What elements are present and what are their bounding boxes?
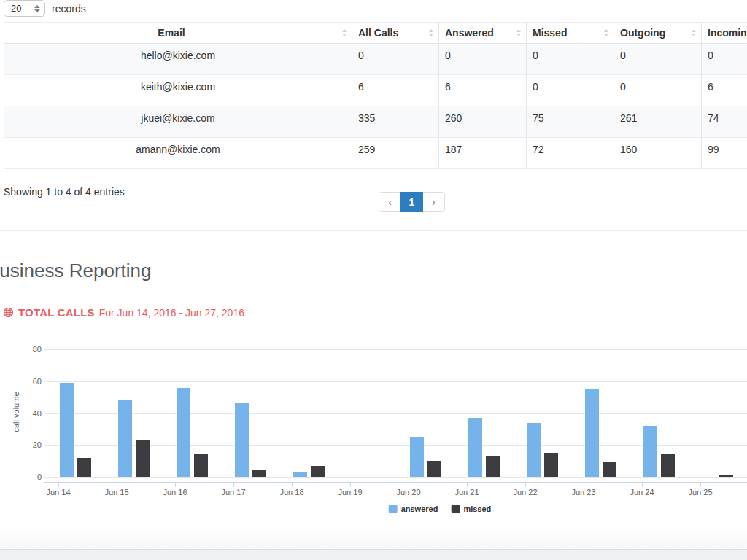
- x-axis-tick-label: Jun 19: [321, 488, 379, 497]
- chart-bar-answered[interactable]: [527, 423, 541, 477]
- cell-answered: 260: [439, 106, 527, 138]
- page-size-control: 20 records: [4, 0, 86, 17]
- entries-summary: Showing 1 to 4 of 4 entries: [4, 186, 125, 198]
- cell-email: hello@kixie.com: [4, 44, 352, 75]
- chart-bar-missed[interactable]: [136, 440, 150, 477]
- x-axis-tick: [642, 483, 643, 487]
- chart-bar-missed[interactable]: [661, 454, 675, 477]
- x-axis-tick-label: Jun 22: [496, 488, 554, 497]
- y-axis-title: call volume: [12, 383, 20, 441]
- cell-incoming: 6: [702, 75, 747, 106]
- x-axis-tick-label: Jun 24: [613, 488, 671, 497]
- x-axis-tick-label: Jun 15: [88, 488, 146, 497]
- table-row: keith@kixie.com 6 6 0 0 6: [4, 75, 747, 106]
- column-label: All Calls: [358, 27, 398, 39]
- cell-outgoing: 261: [614, 106, 702, 138]
- cell-answered: 6: [439, 75, 527, 106]
- chart-gridline: [44, 381, 747, 382]
- column-header-all-calls[interactable]: All Calls: [352, 23, 439, 44]
- chart-bar-missed[interactable]: [486, 456, 500, 477]
- chart-bar-missed[interactable]: [603, 462, 616, 477]
- page-size-select[interactable]: 20: [4, 0, 45, 17]
- cell-all-calls: 6: [352, 75, 439, 106]
- column-header-outgoing[interactable]: Outgoing: [614, 23, 702, 44]
- cell-email: amann@kixie.com: [4, 138, 352, 169]
- x-axis-tick-label: Jun 14: [29, 488, 88, 497]
- chart-bar-answered[interactable]: [235, 403, 249, 477]
- chart-bar-answered[interactable]: [410, 437, 424, 477]
- y-axis-tick-label: 80: [0, 344, 42, 354]
- x-axis-tick-label: Jun 25: [671, 488, 729, 497]
- chart-bar-answered[interactable]: [177, 388, 190, 478]
- cell-incoming: 0: [702, 44, 747, 75]
- chart-bar-answered[interactable]: [118, 400, 132, 477]
- x-axis-tick: [117, 483, 117, 487]
- chart-bar-missed[interactable]: [77, 458, 91, 477]
- chart-bar-missed[interactable]: [544, 453, 558, 477]
- cell-email: keith@kixie.com: [4, 75, 352, 106]
- sort-icon: [429, 29, 433, 36]
- chart-bar-answered[interactable]: [293, 472, 307, 477]
- table-row: jkuei@kixie.com 335 260 75 261 74: [4, 106, 747, 138]
- heading-divider: [0, 289, 747, 289]
- column-label: Email: [158, 27, 185, 39]
- x-axis-tick: [292, 483, 293, 487]
- column-label: Answered: [445, 27, 494, 39]
- table-header-row: Email All Calls Answered Missed Outgoing…: [4, 23, 747, 44]
- globe-icon: [3, 307, 14, 318]
- x-axis-tick: [233, 483, 234, 487]
- x-axis-tick-label: Jun 20: [379, 488, 438, 497]
- pagination-next-button[interactable]: ›: [422, 192, 445, 212]
- bottom-panel-edge: [0, 549, 747, 560]
- column-header-email[interactable]: Email: [4, 23, 352, 44]
- cell-incoming: 74: [702, 106, 747, 138]
- chart-bar-missed[interactable]: [252, 470, 266, 477]
- x-axis-tick-label: Jun 16: [146, 488, 204, 497]
- chart-bar-missed[interactable]: [427, 461, 441, 477]
- x-axis-tick-label: Jun 18: [263, 488, 321, 497]
- y-axis-tick-label: 40: [0, 408, 42, 419]
- page-size-value: 20: [11, 3, 21, 14]
- records-label: records: [52, 3, 86, 15]
- cell-outgoing: 0: [614, 75, 702, 106]
- x-axis-tick: [350, 483, 351, 487]
- legend-swatch: [389, 505, 398, 513]
- chart-bar-missed[interactable]: [311, 466, 325, 477]
- page-title: Business Reporting: [0, 260, 151, 282]
- chart-gridline: [44, 477, 747, 478]
- legend-item-missed[interactable]: missed: [451, 505, 491, 513]
- chart-bar-answered[interactable]: [643, 426, 657, 477]
- column-label: Missed: [533, 27, 567, 39]
- chart-gridline: [44, 349, 747, 350]
- cell-outgoing: 160: [614, 138, 702, 169]
- chart-bar-answered[interactable]: [468, 418, 482, 477]
- pagination-prev-button[interactable]: ‹: [379, 192, 401, 212]
- chart-bar-missed[interactable]: [719, 475, 733, 477]
- legend-label: missed: [463, 505, 491, 513]
- column-header-answered[interactable]: Answered: [439, 23, 527, 44]
- pagination-page-1-button[interactable]: 1: [400, 192, 423, 212]
- table-row: amann@kixie.com 259 187 72 160 99: [4, 138, 747, 169]
- x-axis-tick-label: Jun 21: [438, 488, 496, 497]
- pagination: ‹ 1 ›: [379, 192, 445, 212]
- chart-bar-answered[interactable]: [60, 383, 74, 477]
- table-row: hello@kixie.com 0 0 0 0 0: [4, 44, 747, 75]
- cell-outgoing: 0: [614, 44, 702, 75]
- total-calls-chart: 020406080Jun 14Jun 15Jun 16Jun 17Jun 18J…: [0, 332, 747, 503]
- cell-answered: 187: [439, 138, 527, 169]
- column-header-incoming[interactable]: Incoming: [702, 23, 747, 44]
- sort-icon: [604, 29, 608, 36]
- column-header-missed[interactable]: Missed: [527, 23, 614, 44]
- cell-all-calls: 259: [352, 138, 439, 169]
- x-axis-tick: [700, 483, 701, 487]
- cell-missed: 72: [527, 138, 614, 169]
- chart-bar-missed[interactable]: [194, 454, 208, 477]
- cell-answered: 0: [439, 44, 527, 75]
- legend-label: answered: [401, 505, 438, 513]
- bottom-fade: [0, 526, 747, 549]
- legend-item-answered[interactable]: answered: [389, 505, 438, 513]
- x-axis-tick: [584, 483, 584, 487]
- cell-email: jkuei@kixie.com: [4, 106, 352, 138]
- chart-header: TOTAL CALLS For Jun 14, 2016 - Jun 27, 2…: [3, 306, 244, 319]
- chart-bar-answered[interactable]: [585, 389, 599, 477]
